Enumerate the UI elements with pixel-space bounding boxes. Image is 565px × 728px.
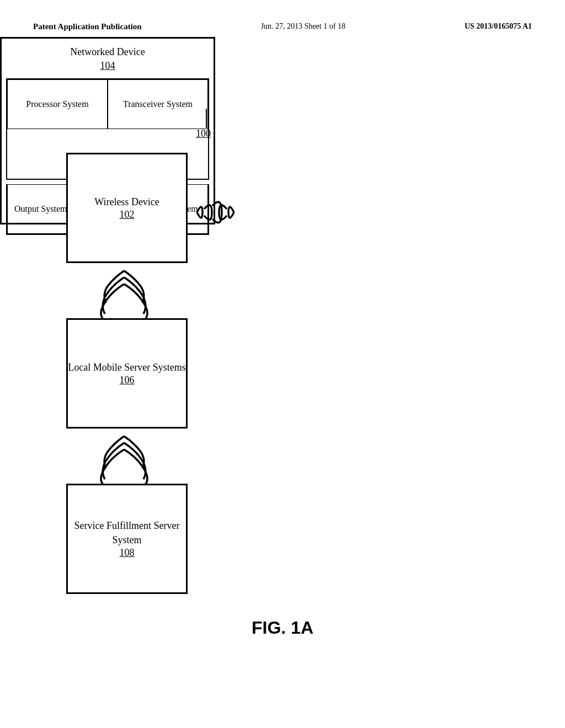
output-system-cell: Output System — [7, 184, 74, 234]
networked-device-header: Networked Device 104 — [2, 39, 214, 75]
service-fulfillment-box: Service Fulfillment Server System 108 — [66, 484, 188, 594]
signal-svg-horizontal — [189, 190, 244, 234]
local-mobile-ref: 106 — [120, 374, 135, 386]
patent-number: US 2013/0165075 A1 — [465, 22, 532, 31]
local-mobile-box: Local Mobile Server Systems 106 — [66, 318, 188, 429]
fig-label: FIG. 1A — [252, 618, 313, 638]
processor-system-cell: Processor System — [7, 79, 108, 129]
wireless-device-box: Wireless Device 102 — [66, 153, 188, 263]
ref-100-label: 100 — [196, 128, 211, 140]
ref-100-group: 100 — [196, 109, 211, 140]
page-header: Patent Application Publication Jun. 27, … — [0, 0, 565, 31]
wireless-device-label: Wireless Device — [94, 195, 159, 209]
sheet-info: Jun. 27, 2013 Sheet 1 of 18 — [261, 22, 345, 31]
wireless-device-ref: 102 — [120, 209, 135, 221]
local-mobile-label: Local Mobile Server Systems — [68, 361, 185, 374]
signal-svg-v2 — [97, 430, 152, 485]
signal-vertical-2-group — [97, 430, 152, 487]
diagram-area: 100 Wireless Device 102 Local Mobile Ser… — [0, 37, 565, 688]
service-label: Service Fulfillment Server System — [68, 519, 186, 547]
transceiver-system-cell: Transceiver System — [108, 79, 208, 129]
signal-svg-v1 — [97, 264, 152, 319]
service-ref: 108 — [120, 547, 135, 559]
signal-horizontal-group — [189, 190, 244, 237]
networked-device-ref: 104 — [100, 60, 115, 71]
publication-label: Patent Application Publication — [33, 22, 142, 31]
signal-vertical-1-group — [97, 264, 152, 322]
